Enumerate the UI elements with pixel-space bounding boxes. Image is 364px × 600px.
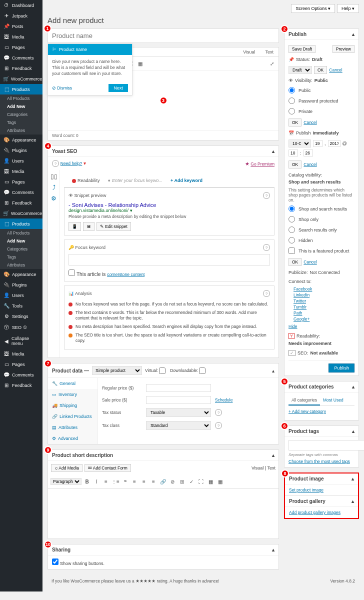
sidebar-item-pages[interactable]: ▭Pages: [0, 42, 42, 52]
password-radio[interactable]: [288, 98, 295, 104]
help-icon[interactable]: ?: [263, 244, 270, 251]
sidebar-sub-categories[interactable]: Categories: [0, 245, 42, 253]
sidebar-sub-attributes[interactable]: Attributes: [0, 261, 42, 269]
sidebar-item-users[interactable]: 👤Users: [0, 156, 42, 166]
regular-price-input[interactable]: [146, 384, 211, 392]
virtual-checkbox[interactable]: [159, 368, 166, 374]
expand-icon[interactable]: ⤢: [268, 60, 276, 68]
sidebar-item-dashboard[interactable]: ⏱Dashboard: [0, 0, 42, 10]
spell-icon[interactable]: ✓: [188, 478, 196, 486]
sidebar-item-pages[interactable]: ▭Pages: [0, 359, 42, 370]
align-right-icon[interactable]: ≡: [150, 478, 158, 486]
cancel-link[interactable]: Cancel: [329, 68, 342, 72]
collapse-icon[interactable]: ▴: [272, 452, 274, 458]
day-input[interactable]: [313, 140, 322, 147]
schedule-link[interactable]: Schedule: [215, 398, 232, 402]
list-icon[interactable]: ≡: [102, 478, 110, 486]
sidebar-item-comments[interactable]: 💬Comments: [0, 370, 42, 380]
sidebar-item-woocommerce[interactable]: 🛒WooCommerce: [0, 208, 42, 218]
product-title-input[interactable]: [48, 28, 279, 43]
help-button[interactable]: Help ▾: [337, 4, 359, 13]
most-used-tab[interactable]: Most Used: [320, 396, 346, 406]
collapse-icon[interactable]: ▴: [272, 368, 274, 374]
ok-button[interactable]: OK: [314, 66, 327, 74]
sidebar-sub-categories[interactable]: Categories: [0, 110, 42, 118]
tax-status-select[interactable]: Taxable: [146, 408, 211, 417]
sidebar-item-posts[interactable]: 📌Posts: [0, 21, 42, 32]
sidebar-item-collapse menu[interactable]: ◀Collapse menu: [0, 334, 42, 348]
focus-keyword-tab[interactable]: ●Enter your focus keywo...: [104, 176, 166, 185]
settings-tab-icon[interactable]: ⚙: [51, 195, 56, 202]
readability-tab[interactable]: Readability: [68, 176, 104, 185]
next-button[interactable]: Next: [108, 84, 128, 92]
bold-icon[interactable]: B: [83, 478, 91, 486]
edit-snippet-button[interactable]: ✎ Edit snippet: [96, 222, 131, 231]
text-tab[interactable]: Text: [267, 466, 276, 470]
sidebar-item-feedback[interactable]: ⊞Feedback: [0, 63, 42, 74]
collapse-icon[interactable]: ▴: [352, 498, 354, 504]
align-left-icon[interactable]: ≡: [130, 478, 138, 486]
sidebar-item-products[interactable]: ⬚Products: [0, 218, 42, 229]
cornerstone-link[interactable]: cornerstone content: [107, 272, 144, 277]
featured-checkbox[interactable]: [288, 248, 295, 254]
preview-button[interactable]: Preview: [332, 45, 354, 53]
sidebar-item-seo ①[interactable]: ⓎSEO ①: [0, 322, 42, 334]
sidebar-item-appearance[interactable]: 🎨Appearance: [0, 134, 42, 145]
paragraph-select[interactable]: Paragraph: [50, 478, 82, 485]
need-help-link[interactable]: Need help?: [60, 161, 82, 166]
screen-options-button[interactable]: Screen Options ▾: [291, 4, 335, 13]
toggle-icon[interactable]: ▦: [136, 60, 144, 68]
connect-twitter[interactable]: Twitter: [294, 298, 306, 304]
visual-tab[interactable]: Visual: [238, 48, 260, 56]
product-type-select[interactable]: Simple product: [92, 366, 142, 375]
sidebar-item-pages[interactable]: ▭Pages: [0, 176, 42, 187]
sidebar-item-users[interactable]: 👤Users: [0, 290, 42, 300]
collapse-icon[interactable]: ▴: [352, 384, 354, 390]
sidebar-item-plugins[interactable]: 🔌Plugins: [0, 145, 42, 156]
ok-button[interactable]: OK: [288, 258, 302, 266]
cv-hidden-radio[interactable]: [288, 237, 295, 244]
save-draft-button[interactable]: Save Draft: [288, 45, 316, 53]
link-icon[interactable]: 🔗: [159, 478, 167, 486]
unlink-icon[interactable]: ⊘: [168, 478, 176, 486]
publish-button[interactable]: Publish: [328, 364, 354, 372]
show-sharing-checkbox[interactable]: [52, 558, 58, 565]
dismiss-link[interactable]: ⊘ Dismiss: [52, 86, 72, 90]
table-icon[interactable]: ▦: [206, 478, 214, 486]
sale-price-input[interactable]: [146, 396, 211, 404]
public-radio[interactable]: [288, 87, 295, 94]
status-select[interactable]: Draft: [288, 66, 312, 74]
private-radio[interactable]: [288, 108, 295, 114]
sidebar-item-products[interactable]: ⬚Products: [0, 84, 42, 94]
help-icon[interactable]: ?: [215, 409, 222, 416]
sidebar-item-media[interactable]: 🖼Media: [0, 348, 42, 359]
all-categories-tab[interactable]: All categories: [288, 396, 320, 406]
ok-button[interactable]: OK: [288, 160, 302, 168]
pdata-nav-attributes[interactable]: ▤Attributes: [48, 422, 98, 433]
help-icon[interactable]: ?: [263, 290, 270, 297]
toggle-icon[interactable]: ▦: [216, 478, 224, 486]
add-contact-button[interactable]: ✉ Add Contact Form: [84, 464, 131, 472]
sidebar-item-jetpack[interactable]: ✈Jetpack: [0, 10, 42, 21]
cornerstone-checkbox[interactable]: [68, 270, 75, 276]
collapse-icon[interactable]: ▴: [352, 32, 354, 37]
sidebar-sub-tags[interactable]: Tags: [0, 253, 42, 261]
sidebar-sub-attributes[interactable]: Attributes: [0, 126, 42, 134]
sidebar-item-tools[interactable]: 🔧Tools: [0, 300, 42, 311]
connect-facebook[interactable]: Facebook: [294, 286, 312, 292]
sidebar-sub-tags[interactable]: Tags: [0, 118, 42, 126]
focus-keyword-input[interactable]: [68, 254, 270, 266]
tax-class-select[interactable]: Standard: [146, 421, 211, 430]
pdata-nav-shipping[interactable]: 🚚Shipping: [48, 400, 98, 411]
ok-button[interactable]: OK: [288, 118, 302, 126]
pdata-nav-general[interactable]: 🔧General: [48, 378, 98, 389]
help-icon[interactable]: ?: [215, 422, 222, 429]
share-tab-icon[interactable]: ⤴: [52, 184, 56, 191]
set-product-image-link[interactable]: Set product image: [289, 488, 324, 492]
month-select[interactable]: 10-Oct: [288, 140, 311, 148]
more-icon[interactable]: ⊞: [178, 478, 186, 486]
sidebar-item-comments[interactable]: 💬Comments: [0, 52, 42, 63]
desktop-preview-button[interactable]: 🖥: [83, 222, 94, 231]
collapse-icon[interactable]: ▴: [352, 476, 354, 482]
sidebar-sub-all-products[interactable]: All Products: [0, 229, 42, 237]
